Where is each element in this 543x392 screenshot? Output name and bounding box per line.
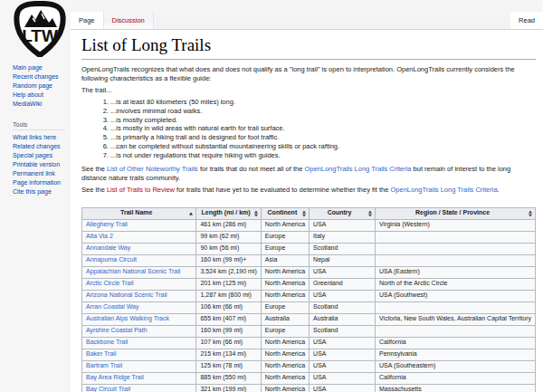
ltw-logo-icon: LTW [11, 1, 69, 57]
trail-link[interactable]: Backbone Trail [86, 339, 128, 345]
sidebar-item-random-page[interactable]: Random page [13, 81, 71, 91]
cell-length: 215 km (134 mi) [196, 349, 261, 360]
tab-discussion[interactable]: Discussion [103, 12, 154, 29]
cell-trail-name: Bay Circuit Trail [82, 384, 196, 392]
sidebar-item-main-page[interactable]: Main page [13, 63, 71, 72]
trail-link[interactable]: Appalachian National Scenic Trail [86, 268, 180, 274]
cell-length: 3,524 km (2,190 mi) [196, 266, 261, 278]
cell-region: California [376, 337, 536, 349]
sort-both-icon [302, 210, 306, 216]
table-row: Australian Alps Walking Track655 km (407… [82, 313, 536, 325]
trail-link[interactable]: Ayrshire Coastal Path [86, 327, 148, 333]
trail-link[interactable]: Arizona National Scenic Trail [86, 292, 167, 298]
sidebar-nav-list: Main pageRecent changesRandom pageHelp a… [13, 63, 71, 109]
cell-region [376, 243, 536, 254]
cell-trail-name: Bay Area Ridge Trail [82, 372, 196, 384]
table-row: Arran Coastal Way106 km (66 mi)EuropeSco… [82, 301, 536, 313]
sidebar-tool-special-pages[interactable]: Special pages [13, 151, 71, 160]
sort-ascending-icon [189, 212, 193, 215]
cell-trail-name: Allegheny Trail [82, 219, 196, 231]
cell-length: 99 km (62 mi) [196, 231, 261, 243]
cell-trail-name: Baker Trail [82, 349, 196, 360]
trail-link[interactable]: Alta Via 2 [86, 233, 113, 239]
trail-link[interactable]: Bay Circuit Trail [86, 386, 130, 392]
cell-country: USA [310, 290, 376, 301]
column-header-length-mi-km-[interactable]: Length (mi / km) [196, 207, 261, 219]
cell-length: 1,287 km (800 mi) [196, 290, 261, 301]
page-title: List of Long Trails [81, 35, 536, 60]
table-row: Alta Via 299 km (62 mi)EuropeItaly [82, 231, 536, 243]
table-row: Backbone Trail107 km (66 mi)North Americ… [82, 337, 536, 349]
cell-length: 160 km (99 mi) [196, 325, 261, 337]
trail-link[interactable]: Baker Trail [86, 350, 116, 357]
sort-both-icon [529, 210, 532, 216]
link-long-trails-criteria-2[interactable]: OpenLongTrails Long Trails Criteria [390, 186, 497, 194]
cell-length: 160 km (99 mi)+ [196, 254, 261, 266]
tab-read[interactable]: Read [510, 12, 543, 29]
trail-link[interactable]: Annandale Way [86, 244, 130, 251]
site-logo[interactable]: LTW [11, 1, 69, 57]
list-item: Printable version [13, 160, 71, 169]
cell-continent: Europe [261, 301, 309, 313]
cell-length: 90 km (56 mi) [196, 243, 261, 254]
trail-link[interactable]: Australian Alps Walking Track [86, 315, 169, 321]
svg-text:LTW: LTW [22, 26, 58, 45]
cell-trail-name: Australian Alps Walking Track [82, 313, 196, 325]
table-row: Bartram Trail125 km (78 mi)North America… [82, 360, 536, 372]
criteria-item: ...is primarily a hiking trail and is de… [110, 133, 536, 142]
cell-trail-name: Appalachian National Scenic Trail [82, 266, 196, 278]
trail-link[interactable]: Bay Area Ridge Trail [86, 374, 144, 380]
see2-text: See the [81, 186, 107, 194]
cell-trail-name: Arizona National Scenic Trail [82, 290, 196, 301]
cell-trail-name: Backbone Trail [82, 337, 196, 349]
cell-trail-name: Arctic Circle Trail [82, 278, 196, 290]
trail-link[interactable]: Arctic Circle Trail [86, 280, 134, 286]
see2-text3: . [498, 186, 500, 194]
cell-length: 107 km (66 mi) [196, 337, 261, 349]
cell-length: 106 km (66 mi) [196, 301, 261, 313]
tab-page[interactable]: Page [71, 12, 103, 29]
sidebar-tool-printable-version[interactable]: Printable version [13, 160, 71, 169]
trail-link[interactable]: Annapurna Circuit [86, 256, 137, 263]
cell-length: 125 km (78 mi) [196, 360, 261, 372]
criteria-item: ...can be completed without substantial … [110, 142, 536, 151]
column-header-trail-name[interactable]: Trail Name [82, 207, 196, 219]
trails-table: Trail NameLength (mi / km)ContinentCount… [81, 207, 536, 392]
cell-region: Massachusetts [376, 384, 536, 392]
list-item: Random page [13, 81, 71, 91]
trails-table-body: Allegheny Trail461 km (286 mi)North Amer… [82, 219, 536, 392]
cell-region [376, 301, 536, 313]
sidebar-tool-cite-this-page[interactable]: Cite this page [13, 187, 71, 196]
cell-country: Scotland [310, 243, 376, 254]
link-other-noteworthy-trails[interactable]: List of Other Noteworthy Trails [107, 165, 198, 173]
table-row: Bay Circuit Trail321 km (199 mi)North Am… [82, 384, 536, 392]
sidebar-item-help-about-mediawiki[interactable]: Help about MediaWiki [13, 91, 71, 109]
column-header-country[interactable]: Country [310, 207, 376, 219]
cell-continent: Europe [261, 231, 309, 243]
trail-link[interactable]: Allegheny Trail [86, 221, 128, 227]
sidebar-tool-page-information[interactable]: Page information [13, 178, 71, 187]
sidebar-tool-related-changes[interactable]: Related changes [13, 142, 71, 151]
cell-continent: North America [261, 372, 309, 384]
sidebar-item-recent-changes[interactable]: Recent changes [13, 72, 71, 81]
criteria-item: ...is at least 80 kilometers (50 miles) … [110, 98, 536, 107]
table-row: Arctic Circle Trail201 km (125 mi)North … [82, 278, 536, 290]
sort-both-icon [254, 210, 258, 216]
cell-region: USA (Southeastern) [376, 360, 536, 372]
link-trails-to-review[interactable]: List of Trails to Review [107, 186, 175, 194]
trail-link[interactable]: Arran Coastal Way [86, 303, 138, 310]
sidebar: Main pageRecent changesRandom pageHelp a… [0, 63, 71, 196]
cell-country: Italy [310, 231, 376, 243]
sidebar-tool-what-links-here[interactable]: What links here [13, 133, 71, 142]
table-row: Baker Trail215 km (134 mi)North AmericaU… [82, 349, 536, 360]
column-header-continent[interactable]: Continent [261, 207, 309, 219]
trail-link[interactable]: Bartram Trail [86, 362, 122, 368]
cell-length: 885 km (550 mi) [196, 372, 261, 384]
list-item: What links here [13, 133, 71, 142]
cell-trail-name: Arran Coastal Way [82, 301, 196, 313]
column-header-region-state-province[interactable]: Region / State / Province [376, 207, 536, 219]
cell-country: USA [310, 360, 376, 372]
sidebar-tool-permanent-link[interactable]: Permanent link [13, 169, 71, 178]
link-long-trails-criteria-1[interactable]: OpenLongTrails Long Trails Criteria [304, 165, 411, 173]
table-row: Appalachian National Scenic Trail3,524 k… [82, 266, 536, 278]
